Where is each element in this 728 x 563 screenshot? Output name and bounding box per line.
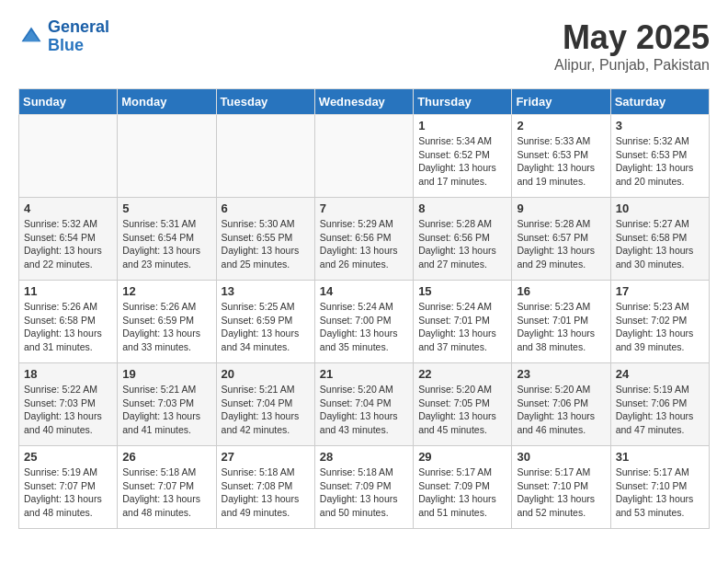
day-number: 9 xyxy=(517,201,605,215)
day-cell: 18Sunrise: 5:22 AM Sunset: 7:03 PM Dayli… xyxy=(19,363,118,446)
day-number: 5 xyxy=(122,201,210,215)
day-detail: Sunrise: 5:17 AM Sunset: 7:10 PM Dayligh… xyxy=(616,465,704,520)
day-cell: 12Sunrise: 5:26 AM Sunset: 6:59 PM Dayli… xyxy=(118,281,216,363)
day-detail: Sunrise: 5:17 AM Sunset: 7:10 PM Dayligh… xyxy=(517,465,605,520)
day-cell: 7Sunrise: 5:29 AM Sunset: 6:56 PM Daylig… xyxy=(314,198,413,281)
day-cell: 30Sunrise: 5:17 AM Sunset: 7:10 PM Dayli… xyxy=(512,446,610,529)
day-number: 2 xyxy=(517,119,605,132)
day-number: 24 xyxy=(616,367,704,381)
day-cell: 10Sunrise: 5:27 AM Sunset: 6:58 PM Dayli… xyxy=(610,198,709,281)
day-cell: 15Sunrise: 5:24 AM Sunset: 7:01 PM Dayli… xyxy=(414,281,512,363)
day-number: 20 xyxy=(222,367,310,381)
day-detail: Sunrise: 5:21 AM Sunset: 7:04 PM Dayligh… xyxy=(222,383,310,437)
header-row: SundayMondayTuesdayWednesdayThursdayFrid… xyxy=(19,89,710,115)
day-number: 18 xyxy=(24,367,112,381)
header-cell-wednesday: Wednesday xyxy=(314,89,413,115)
day-cell: 3Sunrise: 5:32 AM Sunset: 6:53 PM Daylig… xyxy=(610,115,709,198)
day-detail: Sunrise: 5:22 AM Sunset: 7:03 PM Dayligh… xyxy=(24,383,112,437)
day-detail: Sunrise: 5:31 AM Sunset: 6:54 PM Dayligh… xyxy=(122,217,210,271)
day-number: 21 xyxy=(320,367,408,381)
day-cell: 26Sunrise: 5:18 AM Sunset: 7:07 PM Dayli… xyxy=(118,446,216,529)
day-cell: 8Sunrise: 5:28 AM Sunset: 6:56 PM Daylig… xyxy=(414,198,512,281)
day-cell: 22Sunrise: 5:20 AM Sunset: 7:05 PM Dayli… xyxy=(414,363,512,446)
day-detail: Sunrise: 5:18 AM Sunset: 7:07 PM Dayligh… xyxy=(122,465,210,520)
day-number: 14 xyxy=(320,284,408,298)
day-number: 19 xyxy=(122,367,210,381)
day-cell: 17Sunrise: 5:23 AM Sunset: 7:02 PM Dayli… xyxy=(610,281,709,363)
day-number: 31 xyxy=(616,450,704,464)
logo-icon xyxy=(18,24,44,50)
week-row-2: 11Sunrise: 5:26 AM Sunset: 6:58 PM Dayli… xyxy=(19,281,710,363)
logo: General Blue xyxy=(18,18,109,55)
day-number: 17 xyxy=(616,284,704,298)
day-detail: Sunrise: 5:30 AM Sunset: 6:55 PM Dayligh… xyxy=(222,217,310,271)
day-cell: 9Sunrise: 5:28 AM Sunset: 6:57 PM Daylig… xyxy=(512,198,610,281)
day-number: 4 xyxy=(24,201,112,215)
day-detail: Sunrise: 5:19 AM Sunset: 7:06 PM Dayligh… xyxy=(616,383,704,437)
day-number: 22 xyxy=(418,367,506,381)
day-number: 8 xyxy=(418,201,506,215)
day-cell: 16Sunrise: 5:23 AM Sunset: 7:01 PM Dayli… xyxy=(512,281,610,363)
title-block: May 2025 Alipur, Punjab, Pakistan xyxy=(554,18,710,74)
day-cell: 29Sunrise: 5:17 AM Sunset: 7:09 PM Dayli… xyxy=(414,446,512,529)
day-detail: Sunrise: 5:26 AM Sunset: 6:59 PM Dayligh… xyxy=(122,300,210,354)
header-cell-saturday: Saturday xyxy=(610,89,709,115)
day-detail: Sunrise: 5:18 AM Sunset: 7:08 PM Dayligh… xyxy=(222,465,310,520)
header-cell-monday: Monday xyxy=(118,89,216,115)
week-row-0: 1Sunrise: 5:34 AM Sunset: 6:52 PM Daylig… xyxy=(19,115,710,198)
day-number: 3 xyxy=(616,119,704,132)
day-number: 12 xyxy=(122,284,210,298)
day-detail: Sunrise: 5:32 AM Sunset: 6:54 PM Dayligh… xyxy=(24,217,112,271)
day-cell: 1Sunrise: 5:34 AM Sunset: 6:52 PM Daylig… xyxy=(414,115,512,198)
day-cell: 31Sunrise: 5:17 AM Sunset: 7:10 PM Dayli… xyxy=(610,446,709,529)
page-header: General Blue May 2025 Alipur, Punjab, Pa… xyxy=(18,18,710,74)
day-detail: Sunrise: 5:18 AM Sunset: 7:09 PM Dayligh… xyxy=(320,465,408,520)
day-number: 23 xyxy=(517,367,605,381)
page-subtitle: Alipur, Punjab, Pakistan xyxy=(554,57,710,74)
day-detail: Sunrise: 5:28 AM Sunset: 6:57 PM Dayligh… xyxy=(517,217,605,271)
day-detail: Sunrise: 5:20 AM Sunset: 7:06 PM Dayligh… xyxy=(517,383,605,437)
day-number: 27 xyxy=(222,450,310,464)
day-cell: 11Sunrise: 5:26 AM Sunset: 6:58 PM Dayli… xyxy=(19,281,118,363)
day-number: 28 xyxy=(320,450,408,464)
week-row-3: 18Sunrise: 5:22 AM Sunset: 7:03 PM Dayli… xyxy=(19,363,710,446)
day-detail: Sunrise: 5:24 AM Sunset: 7:01 PM Dayligh… xyxy=(418,300,506,354)
header-cell-tuesday: Tuesday xyxy=(216,89,314,115)
day-detail: Sunrise: 5:28 AM Sunset: 6:56 PM Dayligh… xyxy=(418,217,506,271)
day-detail: Sunrise: 5:24 AM Sunset: 7:00 PM Dayligh… xyxy=(320,300,408,354)
day-detail: Sunrise: 5:21 AM Sunset: 7:03 PM Dayligh… xyxy=(122,383,210,437)
day-cell: 21Sunrise: 5:20 AM Sunset: 7:04 PM Dayli… xyxy=(314,363,413,446)
logo-line2: Blue xyxy=(48,36,84,54)
day-number: 26 xyxy=(122,450,210,464)
day-cell: 24Sunrise: 5:19 AM Sunset: 7:06 PM Dayli… xyxy=(610,363,709,446)
day-cell: 19Sunrise: 5:21 AM Sunset: 7:03 PM Dayli… xyxy=(118,363,216,446)
day-detail: Sunrise: 5:23 AM Sunset: 7:01 PM Dayligh… xyxy=(517,300,605,354)
day-cell: 4Sunrise: 5:32 AM Sunset: 6:54 PM Daylig… xyxy=(19,198,118,281)
day-detail: Sunrise: 5:20 AM Sunset: 7:05 PM Dayligh… xyxy=(418,383,506,437)
day-cell: 6Sunrise: 5:30 AM Sunset: 6:55 PM Daylig… xyxy=(216,198,314,281)
day-cell xyxy=(118,115,216,198)
day-number: 16 xyxy=(517,284,605,298)
day-number: 30 xyxy=(517,450,605,464)
day-cell xyxy=(216,115,314,198)
page-title: May 2025 xyxy=(554,18,710,57)
day-number: 13 xyxy=(222,284,310,298)
day-number: 15 xyxy=(418,284,506,298)
logo-text: General Blue xyxy=(48,18,109,55)
day-detail: Sunrise: 5:27 AM Sunset: 6:58 PM Dayligh… xyxy=(616,217,704,271)
day-number: 11 xyxy=(24,284,112,298)
day-cell: 20Sunrise: 5:21 AM Sunset: 7:04 PM Dayli… xyxy=(216,363,314,446)
day-cell: 2Sunrise: 5:33 AM Sunset: 6:53 PM Daylig… xyxy=(512,115,610,198)
day-detail: Sunrise: 5:23 AM Sunset: 7:02 PM Dayligh… xyxy=(616,300,704,354)
day-cell: 14Sunrise: 5:24 AM Sunset: 7:00 PM Dayli… xyxy=(314,281,413,363)
day-detail: Sunrise: 5:29 AM Sunset: 6:56 PM Dayligh… xyxy=(320,217,408,271)
day-cell xyxy=(19,115,118,198)
logo-line1: General xyxy=(48,17,109,36)
day-cell xyxy=(314,115,413,198)
day-number: 7 xyxy=(320,201,408,215)
day-detail: Sunrise: 5:33 AM Sunset: 6:53 PM Dayligh… xyxy=(517,134,605,189)
day-cell: 5Sunrise: 5:31 AM Sunset: 6:54 PM Daylig… xyxy=(118,198,216,281)
day-number: 10 xyxy=(616,201,704,215)
header-cell-friday: Friday xyxy=(512,89,610,115)
day-detail: Sunrise: 5:25 AM Sunset: 6:59 PM Dayligh… xyxy=(222,300,310,354)
